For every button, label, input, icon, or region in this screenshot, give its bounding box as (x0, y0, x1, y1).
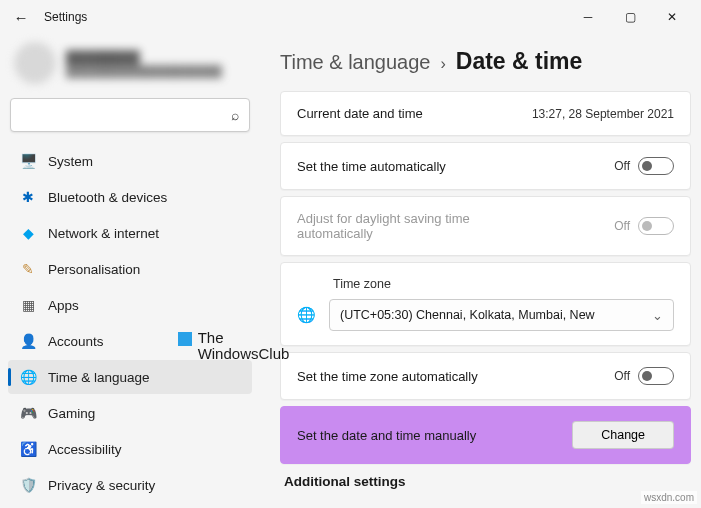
sidebar-item-personalisation[interactable]: ✎Personalisation (8, 252, 252, 286)
accounts-icon: 👤 (20, 333, 36, 349)
sidebar-item-label: Accessibility (48, 442, 122, 457)
minimize-button[interactable]: ─ (567, 2, 609, 32)
sidebar-item-time-language[interactable]: 🌐Time & language (8, 360, 252, 394)
card-auto-time: Set the time automatically Off (280, 142, 691, 190)
time-language-icon: 🌐 (20, 369, 36, 385)
breadcrumb-parent[interactable]: Time & language (280, 51, 430, 74)
dst-toggle (638, 217, 674, 235)
bluetooth-devices-icon: ✱ (20, 189, 36, 205)
additional-settings-header: Additional settings (280, 474, 691, 489)
breadcrumb-current: Date & time (456, 48, 583, 75)
card-current-datetime: Current date and time 13:27, 28 Septembe… (280, 91, 691, 136)
globe-icon: 🌐 (297, 306, 317, 324)
system-icon: 🖥️ (20, 153, 36, 169)
sidebar-item-label: Network & internet (48, 226, 159, 241)
card-dst: Adjust for daylight saving time automati… (280, 196, 691, 256)
profile-email: ████████████████████ (66, 65, 222, 77)
search-box[interactable]: ⌕ (10, 98, 250, 132)
sidebar-item-label: Apps (48, 298, 79, 313)
window-title: Settings (44, 10, 87, 24)
personalisation-icon: ✎ (20, 261, 36, 277)
sidebar-item-bluetooth-devices[interactable]: ✱Bluetooth & devices (8, 180, 252, 214)
timezone-select[interactable]: (UTC+05:30) Chennai, Kolkata, Mumbai, Ne… (329, 299, 674, 331)
timezone-title: Time zone (333, 277, 674, 291)
maximize-button[interactable]: ▢ (609, 2, 651, 32)
accessibility-icon: ♿ (20, 441, 36, 457)
sidebar-item-system[interactable]: 🖥️System (8, 144, 252, 178)
back-button[interactable]: ← (8, 4, 34, 30)
card-timezone: Time zone 🌐 (UTC+05:30) Chennai, Kolkata… (280, 262, 691, 346)
dst-label: Adjust for daylight saving time automati… (297, 211, 527, 241)
network-internet-icon: ◆ (20, 225, 36, 241)
sidebar-item-network-internet[interactable]: ◆Network & internet (8, 216, 252, 250)
sidebar-item-accessibility[interactable]: ♿Accessibility (8, 432, 252, 466)
close-button[interactable]: ✕ (651, 2, 693, 32)
card-manual-datetime: Set the date and time manually Change (280, 406, 691, 464)
chevron-right-icon: › (440, 55, 445, 73)
sidebar-item-gaming[interactable]: 🎮Gaming (8, 396, 252, 430)
nav-list: 🖥️System✱Bluetooth & devices◆Network & i… (8, 144, 252, 508)
sidebar-item-label: Accounts (48, 334, 104, 349)
sidebar-item-accounts[interactable]: 👤Accounts (8, 324, 252, 358)
apps-icon: ▦ (20, 297, 36, 313)
profile-name: ████████ (66, 50, 222, 65)
sidebar-item-label: Gaming (48, 406, 95, 421)
sidebar-item-label: Bluetooth & devices (48, 190, 167, 205)
sidebar-item-label: Personalisation (48, 262, 140, 277)
card-auto-timezone: Set the time zone automatically Off (280, 352, 691, 400)
sidebar-item-windows-update[interactable]: ↻Windows Update (8, 504, 252, 508)
gaming-icon: 🎮 (20, 405, 36, 421)
profile-block[interactable]: ████████ ████████████████████ (8, 40, 252, 94)
dst-state: Off (614, 219, 630, 233)
search-icon: ⌕ (231, 107, 239, 123)
manual-datetime-label: Set the date and time manually (297, 428, 476, 443)
sidebar-item-privacy-security[interactable]: 🛡️Privacy & security (8, 468, 252, 502)
auto-timezone-state: Off (614, 369, 630, 383)
auto-timezone-label: Set the time zone automatically (297, 369, 478, 384)
search-input[interactable] (21, 108, 231, 123)
timezone-selected: (UTC+05:30) Chennai, Kolkata, Mumbai, Ne… (340, 308, 595, 322)
sidebar-item-apps[interactable]: ▦Apps (8, 288, 252, 322)
chevron-down-icon: ⌄ (652, 308, 663, 323)
current-datetime-label: Current date and time (297, 106, 423, 121)
privacy-security-icon: 🛡️ (20, 477, 36, 493)
current-datetime-value: 13:27, 28 September 2021 (532, 107, 674, 121)
credit-text: wsxdn.com (641, 491, 697, 504)
sidebar-item-label: System (48, 154, 93, 169)
avatar (14, 42, 56, 84)
content: Time & language › Date & time Current da… (260, 34, 701, 508)
sidebar: ████████ ████████████████████ ⌕ 🖥️System… (0, 34, 260, 508)
titlebar: ← Settings ─ ▢ ✕ (0, 0, 701, 34)
auto-timezone-toggle[interactable] (638, 367, 674, 385)
auto-time-toggle[interactable] (638, 157, 674, 175)
sidebar-item-label: Privacy & security (48, 478, 155, 493)
change-button[interactable]: Change (572, 421, 674, 449)
breadcrumb: Time & language › Date & time (280, 48, 691, 75)
sidebar-item-label: Time & language (48, 370, 150, 385)
auto-time-state: Off (614, 159, 630, 173)
auto-time-label: Set the time automatically (297, 159, 446, 174)
